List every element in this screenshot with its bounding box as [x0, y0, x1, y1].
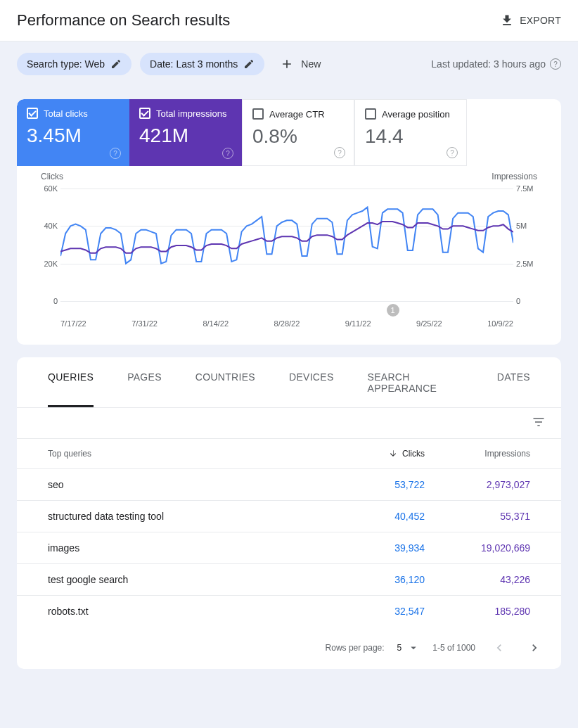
y-left-tick: 60K [38, 184, 58, 193]
metric-impressions-value: 421M [139, 124, 232, 147]
td-clicks: 36,120 [326, 574, 425, 585]
td-clicks: 39,934 [326, 542, 425, 554]
search-type-chip[interactable]: Search type: Web [17, 53, 131, 75]
td-clicks: 32,547 [326, 606, 425, 617]
td-impressions: 19,020,669 [425, 542, 530, 554]
tab-devices[interactable]: DEVICES [289, 357, 334, 407]
metrics-row: Total clicks 3.45M ? Total impressions 4… [17, 99, 561, 166]
help-icon[interactable]: ? [447, 147, 458, 158]
y-axis-right-title: Impressions [492, 172, 537, 181]
td-impressions: 43,226 [425, 574, 530, 585]
table-row[interactable]: test google search36,12043,226 [17, 563, 561, 595]
checkbox-unchecked-icon [365, 108, 376, 120]
chart-container: Clicks Impressions 60K7.5M40K5M20K2.5M00… [17, 166, 561, 345]
chart-annotation-marker[interactable]: 1 [387, 304, 399, 317]
chart-area[interactable]: 60K7.5M40K5M20K2.5M00 1 [60, 189, 513, 301]
table-header: Top queries Clicks Impressions [17, 438, 561, 468]
arrow-down-icon [388, 449, 398, 459]
x-tick: 7/17/22 [60, 319, 86, 328]
metric-clicks-label: Total clicks [44, 108, 88, 119]
chevron-left-icon [492, 641, 506, 655]
chart-card: Total clicks 3.45M ? Total impressions 4… [17, 99, 561, 345]
help-icon[interactable]: ? [222, 148, 233, 159]
pencil-icon [110, 58, 122, 70]
x-tick: 8/28/22 [274, 319, 300, 328]
y-left-tick: 20K [38, 260, 58, 268]
y-right-tick: 7.5M [516, 184, 540, 193]
new-filter-button[interactable]: New [273, 51, 328, 77]
download-icon [500, 13, 514, 27]
queries-table: Top queries Clicks Impressions seo53,722… [17, 438, 561, 627]
metric-ctr-label: Average CTR [269, 109, 325, 120]
pagination-range: 1-5 of 1000 [432, 643, 475, 653]
td-query: test google search [48, 574, 326, 585]
y-right-tick: 0 [516, 297, 540, 305]
td-impressions: 55,371 [425, 511, 530, 522]
x-tick: 9/25/22 [416, 319, 442, 328]
last-updated-text: Last updated: 3 hours ago [431, 58, 546, 70]
td-query: robots.txt [48, 606, 326, 617]
metric-clicks-value: 3.45M [27, 124, 120, 147]
date-range-label: Date: Last 3 months [150, 58, 238, 70]
metric-impressions-label: Total impressions [156, 108, 226, 119]
y-left-tick: 40K [38, 222, 58, 230]
checkbox-checked-icon [139, 108, 150, 119]
y-left-tick: 0 [38, 297, 58, 305]
td-impressions: 2,973,027 [425, 479, 530, 490]
page-header: Performance on Search results EXPORT [0, 0, 578, 41]
tab-pages[interactable]: PAGES [127, 357, 162, 407]
metric-total-clicks[interactable]: Total clicks 3.45M ? [17, 99, 129, 166]
page-title: Performance on Search results [17, 11, 230, 30]
metric-ctr-value: 0.8% [252, 125, 344, 148]
th-impressions[interactable]: Impressions [425, 449, 530, 459]
rows-per-page-select[interactable]: 5 [397, 641, 420, 654]
new-label: New [301, 58, 321, 70]
th-clicks[interactable]: Clicks [326, 449, 425, 459]
x-tick: 9/11/22 [345, 319, 371, 328]
x-tick: 7/31/22 [131, 319, 158, 328]
chart-lines [60, 189, 513, 301]
table-card: QUERIESPAGESCOUNTRIESDEVICESSEARCH APPEA… [17, 357, 561, 669]
td-impressions: 185,280 [425, 606, 530, 617]
table-row[interactable]: robots.txt32,547185,280 [17, 595, 561, 627]
last-updated: Last updated: 3 hours ago ? [431, 58, 561, 70]
filter-icon[interactable] [532, 415, 546, 431]
metric-average-position[interactable]: Average position 14.4 ? [354, 99, 467, 166]
metric-position-label: Average position [382, 109, 450, 120]
table-row[interactable]: structured data testing tool40,45255,371 [17, 500, 561, 532]
th-query[interactable]: Top queries [48, 449, 326, 459]
td-query: images [48, 542, 326, 554]
td-clicks: 53,722 [326, 479, 425, 490]
rows-per-page-label: Rows per page: [326, 643, 385, 653]
export-label: EXPORT [520, 15, 561, 26]
x-axis-labels: 7/17/227/31/228/14/228/28/229/11/229/25/… [60, 319, 513, 328]
metric-total-impressions[interactable]: Total impressions 421M ? [129, 99, 242, 166]
metric-average-ctr[interactable]: Average CTR 0.8% ? [242, 99, 354, 166]
tab-dates[interactable]: DATES [497, 357, 530, 407]
search-type-label: Search type: Web [27, 58, 105, 70]
table-row[interactable]: seo53,7222,973,027 [17, 468, 561, 500]
help-icon[interactable]: ? [110, 148, 121, 159]
x-tick: 10/9/22 [487, 319, 513, 328]
tab-queries[interactable]: QUERIES [48, 357, 94, 407]
checkbox-unchecked-icon [252, 108, 264, 120]
tab-search-appearance[interactable]: SEARCH APPEARANCE [368, 357, 463, 407]
metric-position-value: 14.4 [365, 125, 456, 148]
date-range-chip[interactable]: Date: Last 3 months [140, 53, 264, 75]
help-icon[interactable]: ? [334, 147, 345, 158]
prev-page-button[interactable] [488, 637, 510, 659]
table-row[interactable]: images39,93419,020,669 [17, 532, 561, 563]
y-right-tick: 2.5M [516, 260, 540, 268]
tabs-bar: QUERIESPAGESCOUNTRIESDEVICESSEARCH APPEA… [17, 357, 561, 408]
next-page-button[interactable] [523, 637, 546, 659]
y-right-tick: 5M [516, 222, 540, 230]
help-icon[interactable]: ? [550, 58, 561, 70]
td-clicks: 40,452 [326, 511, 425, 522]
export-button[interactable]: EXPORT [500, 13, 561, 27]
tab-countries[interactable]: COUNTRIES [195, 357, 255, 407]
dropdown-icon [407, 641, 420, 654]
x-tick: 8/14/22 [203, 319, 229, 328]
y-axis-left-title: Clicks [41, 172, 63, 181]
table-pagination: Rows per page: 5 1-5 of 1000 [17, 627, 561, 669]
td-query: structured data testing tool [48, 511, 326, 522]
